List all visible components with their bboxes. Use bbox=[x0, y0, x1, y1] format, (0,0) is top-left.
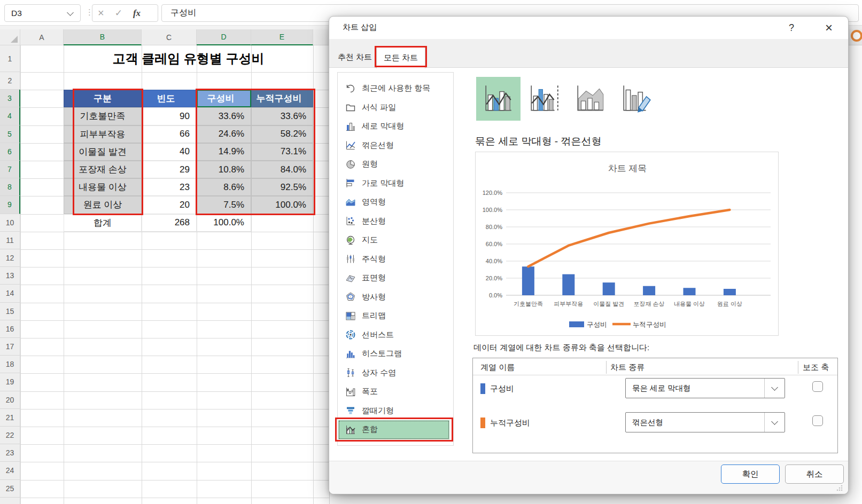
row-header-17[interactable]: 17 bbox=[0, 338, 20, 356]
cell-E6[interactable]: 73.1% bbox=[251, 143, 313, 161]
chart-type-treemap[interactable]: 트리맵 bbox=[338, 306, 451, 326]
cell-D7[interactable]: 10.8% bbox=[197, 161, 251, 178]
cell-E5[interactable]: 58.2% bbox=[251, 125, 313, 143]
row-header-12[interactable]: 12 bbox=[0, 249, 20, 267]
combo-subtype-thumbnail-4[interactable] bbox=[614, 77, 658, 121]
chart-type-area[interactable]: 영역형 bbox=[338, 193, 451, 212]
row-header-15[interactable]: 15 bbox=[0, 303, 20, 320]
row-header-19[interactable]: 19 bbox=[0, 373, 20, 391]
chart-preview[interactable]: 차트 제목0.0%20.0%40.0%60.0%80.0%100.0%120.0… bbox=[475, 152, 779, 336]
chevron-down-icon[interactable] bbox=[764, 413, 785, 432]
tab-recommended-charts[interactable]: 추천 차트 bbox=[336, 48, 374, 67]
cell-C9[interactable]: 20 bbox=[142, 196, 197, 214]
resize-grip-icon[interactable] bbox=[836, 484, 843, 492]
chart-type-map[interactable]: 지도 bbox=[338, 231, 451, 250]
combo-subtype-thumbnail-1[interactable] bbox=[476, 77, 521, 121]
enter-formula-icon[interactable]: ✓ bbox=[110, 7, 128, 19]
cell-D8[interactable]: 8.6% bbox=[197, 178, 251, 196]
row-header-23[interactable]: 23 bbox=[0, 444, 20, 462]
column-header-B[interactable]: B bbox=[64, 29, 142, 45]
chart-type-box-whisker[interactable]: 상자 수염 bbox=[338, 364, 451, 383]
chart-type-pie[interactable]: 원형 bbox=[338, 155, 451, 174]
close-icon[interactable]: × bbox=[822, 21, 836, 35]
chart-type-column[interactable]: 세로 막대형 bbox=[338, 117, 451, 136]
cell-B6[interactable]: 이물질 발견 bbox=[64, 143, 142, 161]
name-box[interactable]: D3 bbox=[4, 4, 81, 22]
chart-type-combo[interactable]: 혼합 bbox=[338, 420, 449, 439]
cell-C7[interactable]: 29 bbox=[142, 161, 197, 178]
row-header-4[interactable]: 4 bbox=[0, 107, 20, 125]
row-header-20[interactable]: 20 bbox=[0, 391, 20, 409]
chevron-down-icon[interactable] bbox=[67, 9, 74, 16]
cell-C5[interactable]: 66 bbox=[142, 125, 197, 143]
cell-E8[interactable]: 92.5% bbox=[251, 178, 313, 196]
select-all-corner[interactable] bbox=[0, 29, 20, 45]
row-header-22[interactable]: 22 bbox=[0, 427, 20, 444]
cell-D6[interactable]: 14.9% bbox=[197, 143, 251, 161]
help-icon[interactable]: ? bbox=[785, 21, 798, 35]
cell-B5[interactable]: 피부부작용 bbox=[64, 125, 142, 143]
chart-type-bar[interactable]: 가로 막대형 bbox=[338, 174, 451, 193]
chart-type-surface[interactable]: 표면형 bbox=[338, 269, 451, 288]
chart-type-waterfall[interactable]: 폭포 bbox=[338, 382, 451, 401]
row-header-10[interactable]: 10 bbox=[0, 214, 20, 232]
row-header-7[interactable]: 7 bbox=[0, 161, 20, 178]
secondary-axis-checkbox-2[interactable] bbox=[812, 415, 823, 426]
row-header-8[interactable]: 8 bbox=[0, 178, 20, 196]
ok-button[interactable]: 확인 bbox=[721, 464, 780, 484]
row-header-13[interactable]: 13 bbox=[0, 267, 20, 285]
cell-B4[interactable]: 기호불만족 bbox=[64, 107, 142, 125]
row-header-21[interactable]: 21 bbox=[0, 409, 20, 427]
combo-subtype-thumbnail-3[interactable] bbox=[568, 77, 612, 121]
cell-D4[interactable]: 33.6% bbox=[197, 107, 251, 125]
cell-D9[interactable]: 7.5% bbox=[197, 196, 251, 214]
column-header-E[interactable]: E bbox=[251, 29, 313, 45]
chart-type-radar[interactable]: 방사형 bbox=[338, 288, 451, 307]
insert-function-icon[interactable]: fx bbox=[128, 8, 146, 19]
cell-B3[interactable]: 구분 bbox=[64, 90, 142, 107]
sheet-title-cell[interactable]: 고객 클레임 유형별 구성비 bbox=[64, 45, 313, 72]
cell-D3[interactable]: 구성비 bbox=[197, 90, 251, 107]
secondary-axis-checkbox-1[interactable] bbox=[812, 381, 823, 392]
cell-D5[interactable]: 24.6% bbox=[197, 125, 251, 143]
chart-type-dropdown-2[interactable]: 꺾은선형 bbox=[625, 412, 785, 432]
chart-type-template[interactable]: 서식 파일 bbox=[338, 98, 451, 117]
cell-C4[interactable]: 90 bbox=[142, 107, 197, 125]
chart-type-sunburst[interactable]: 선버스트 bbox=[338, 326, 451, 345]
column-header-D[interactable]: D bbox=[197, 29, 251, 45]
row-header-5[interactable]: 5 bbox=[0, 125, 20, 143]
row-header-2[interactable]: 2 bbox=[0, 72, 20, 90]
cell-C8[interactable]: 23 bbox=[142, 178, 197, 196]
chart-type-funnel[interactable]: 깔때기형 bbox=[338, 401, 451, 421]
column-header-C[interactable]: C bbox=[142, 29, 197, 45]
cell-E3[interactable]: 누적구성비 bbox=[251, 90, 313, 107]
row-header-11[interactable]: 11 bbox=[0, 232, 20, 249]
row-header-24[interactable]: 24 bbox=[0, 462, 20, 479]
cell-B8[interactable]: 내용물 이상 bbox=[64, 178, 142, 196]
row-header-1[interactable]: 1 bbox=[0, 45, 20, 72]
cell-C6[interactable]: 40 bbox=[142, 143, 197, 161]
cancel-button[interactable]: 취소 bbox=[785, 464, 844, 484]
chart-type-dropdown-1[interactable]: 묶은 세로 막대형 bbox=[625, 378, 785, 398]
combo-subtype-thumbnail-2[interactable] bbox=[522, 77, 566, 121]
chart-type-stock[interactable]: 주식형 bbox=[338, 250, 451, 269]
cell-C3[interactable]: 빈도 bbox=[142, 90, 197, 107]
column-header-partial[interactable] bbox=[313, 29, 329, 45]
chart-type-histogram[interactable]: 히스토그램 bbox=[338, 344, 451, 364]
chart-type-scatter[interactable]: 분산형 bbox=[338, 212, 451, 231]
chevron-down-icon[interactable] bbox=[764, 379, 785, 398]
row-header-9[interactable]: 9 bbox=[0, 196, 20, 214]
column-header-A[interactable]: A bbox=[20, 29, 64, 45]
cell-C10[interactable]: 268 bbox=[142, 214, 197, 232]
chart-type-recent[interactable]: 최근에 사용한 항목 bbox=[338, 79, 451, 98]
cell-E4[interactable]: 33.6% bbox=[251, 107, 313, 125]
tab-all-charts[interactable]: 모든 차트 bbox=[376, 47, 425, 68]
cell-E9[interactable]: 100.0% bbox=[251, 196, 313, 214]
cell-B7[interactable]: 포장재 손상 bbox=[64, 161, 142, 178]
row-header-16[interactable]: 16 bbox=[0, 320, 20, 338]
row-header-25[interactable]: 25 bbox=[0, 480, 20, 498]
row-header-3[interactable]: 3 bbox=[0, 90, 20, 107]
cell-B9[interactable]: 원료 이상 bbox=[64, 196, 142, 214]
chart-type-line[interactable]: 꺾은선형 bbox=[338, 136, 451, 155]
row-header-14[interactable]: 14 bbox=[0, 285, 20, 302]
